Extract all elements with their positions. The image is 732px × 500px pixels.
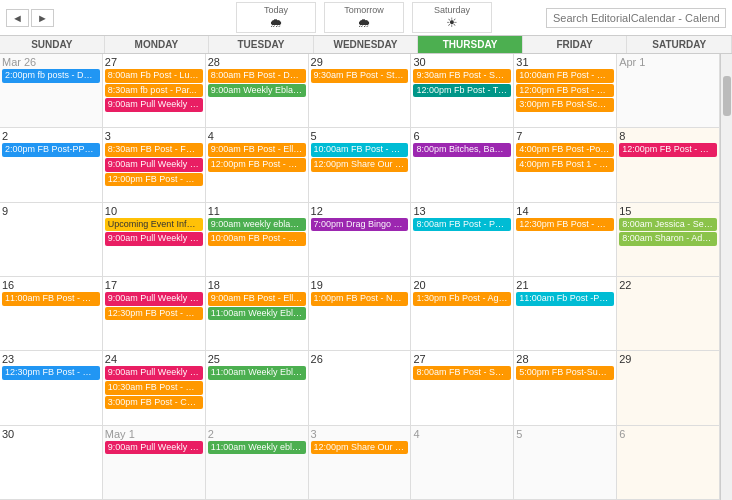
event-w3-d5-e0[interactable]: 11:00am Fb Post -Puppy Social; Editorial… <box>516 292 614 306</box>
event-w1-d1-e1[interactable]: 9:00am Pull Weekly P... <box>105 158 203 172</box>
day-cell-w2-d4[interactable]: 138:00am FB Post - Puppy Social; Editori… <box>411 203 514 276</box>
day-cell-w4-d5[interactable]: 285:00pm FB Post-Summer Camp <box>514 351 617 424</box>
event-w5-d3-e0[interactable]: 12:00pm Share Our Shelter <box>311 441 409 455</box>
event-w1-d5-e0[interactable]: 4:00pm FB Post -Post-Summer Camp <box>516 143 614 157</box>
event-w2-d5-e0[interactable]: 12:30pm FB Post - CGC; EditorialCalendar <box>516 218 614 232</box>
event-w3-d2-e0[interactable]: 9:00am FB Post - Elliott; EditorialCalen… <box>208 292 306 306</box>
day-cell-w4-d6[interactable]: 29 <box>617 351 720 424</box>
event-w4-d5-e0[interactable]: 5:00pm FB Post-Summer Camp <box>516 366 614 380</box>
event-w3-d1-e1[interactable]: 12:30pm FB Post - Nosework Seminar; E... <box>105 307 203 321</box>
day-cell-w4-d3[interactable]: 26 <box>309 351 412 424</box>
event-w1-d3-e1[interactable]: 12:00pm Share Our Shelter <box>311 158 409 172</box>
event-w0-d4-e1[interactable]: 12:00pm Fb Post - Tributes; EditorialCal… <box>413 84 511 98</box>
event-w0-d1-e0[interactable]: 8:00am Fb Post - Lua... <box>105 69 203 83</box>
event-w0-d1-e2[interactable]: 9:00am Pull Weekly P... <box>105 98 203 112</box>
day-cell-w4-d1[interactable]: 249:00am Pull Weekly P...10:30am FB Post… <box>103 351 206 424</box>
event-w2-d2-e0[interactable]: 9:00am weekly eblast - April TrueSense <box>208 218 306 232</box>
event-w3-d0-e0[interactable]: 11:00am FB Post - Agility; EditorialCale… <box>2 292 100 306</box>
event-w2-d2-e1[interactable]: 10:00am FB Post - Nosework Seminar; E... <box>208 232 306 246</box>
day-cell-w5-d3[interactable]: 312:00pm Share Our Shelter <box>309 426 412 499</box>
event-w5-d2-e0[interactable]: 11:00am Weekly eblast- Today is #GiveDay <box>208 441 306 455</box>
event-w1-d3-e0[interactable]: 10:00am FB Post - Puppy Social; Editor..… <box>311 143 409 157</box>
search-input[interactable] <box>546 8 726 28</box>
event-w1-d1-e2[interactable]: 12:00pm FB Post - Bi... <box>105 173 203 187</box>
day-cell-w0-d6[interactable]: Apr 1 <box>617 54 720 127</box>
event-w0-d5-e2[interactable]: 3:00pm FB Post-Scho... <box>516 98 614 112</box>
event-w4-d2-e0[interactable]: 11:00am Weekly Eblast - Upcoming Events <box>208 366 306 380</box>
event-w2-d6-e0[interactable]: 8:00am Jessica - Send Next Month Upcom..… <box>619 218 717 232</box>
next-button[interactable]: ► <box>31 9 54 27</box>
event-w2-d6-e1[interactable]: 8:00am Sharon - Add Upcoming Events to .… <box>619 232 717 246</box>
event-w1-d1-e0[interactable]: 8:30am FB Post - Fun... <box>105 143 203 157</box>
event-w4-d1-e2[interactable]: 3:00pm FB Post - CG... <box>105 396 203 410</box>
event-w3-d2-e1[interactable]: 11:00am Weekly Eblast - Mother's Day Tri… <box>208 307 306 321</box>
day-cell-w2-d2[interactable]: 119:00am weekly eblast - April TrueSense… <box>206 203 309 276</box>
event-w0-d3-e0[interactable]: 9:30am FB Post - Starting From Sit; Edit… <box>311 69 409 83</box>
day-cell-w1-d1[interactable]: 38:30am FB Post - Fun...9:00am Pull Week… <box>103 128 206 201</box>
event-w1-d6-e0[interactable]: 12:00pm FB Post - Drag Queen Bingo; Edit… <box>619 143 717 157</box>
event-w2-d1-e1[interactable]: 9:00am Pull Weekly Phone Call List; Edit… <box>105 232 203 246</box>
saturday-icon: ☀ <box>446 15 458 30</box>
event-w0-d2-e1[interactable]: 9:00am Weekly Eblast - Upcoming Events A… <box>208 84 306 98</box>
event-w4-d1-e0[interactable]: 9:00am Pull Weekly P... <box>105 366 203 380</box>
event-w4-d1-e1[interactable]: 10:30am FB Post - SO... <box>105 381 203 395</box>
event-w4-d0-e0[interactable]: 12:30pm FB Post - Dogs and Storks; Edito… <box>2 366 100 380</box>
event-w3-d4-e0[interactable]: 1:30pm Fb Post - Agility; EditorialCalen… <box>413 292 511 306</box>
day-cell-w0-d0[interactable]: Mar 262:00pm fb posts - Dogs and Storks;… <box>0 54 103 127</box>
day-cell-w1-d5[interactable]: 74:00pm FB Post -Post-Summer Camp4:00pm … <box>514 128 617 201</box>
event-w0-d2-e0[interactable]: 8:00am FB Post - Dogs and Storks; Editor… <box>208 69 306 83</box>
prev-button[interactable]: ◄ <box>6 9 29 27</box>
event-w0-d5-e0[interactable]: 10:00am FB Post - Pu... <box>516 69 614 83</box>
event-w1-d4-e0[interactable]: 8:00pm Bitches, Bags and Bling <box>413 143 511 157</box>
day-cell-w0-d4[interactable]: 309:30am FB Post - SOS; EditorialCalenda… <box>411 54 514 127</box>
event-w2-d3-e0[interactable]: 7:00pm Drag Bingo - 7-10 <box>311 218 409 232</box>
event-w1-d5-e1[interactable]: 4:00pm FB Post 1 - Summer Camp; Edito... <box>516 158 614 172</box>
event-w0-d4-e0[interactable]: 9:30am FB Post - SOS; EditorialCalendar <box>413 69 511 83</box>
day-cell-w2-d6[interactable]: 158:00am Jessica - Send Next Month Upcom… <box>617 203 720 276</box>
day-cell-w1-d6[interactable]: 812:00pm FB Post - Drag Queen Bingo; Edi… <box>617 128 720 201</box>
day-cell-w5-d5[interactable]: 5 <box>514 426 617 499</box>
event-w2-d1-e0[interactable]: Upcoming Event Info Due to Jess; Editori… <box>105 218 203 232</box>
day-cell-w1-d3[interactable]: 510:00am FB Post - Puppy Social; Editor.… <box>309 128 412 201</box>
day-cell-w5-d6[interactable]: 6 <box>617 426 720 499</box>
day-cell-w2-d0[interactable]: 9 <box>0 203 103 276</box>
day-cell-w2-d1[interactable]: 10Upcoming Event Info Due to Jess; Edito… <box>103 203 206 276</box>
event-w2-d4-e0[interactable]: 8:00am FB Post - Puppy Social; Editorial… <box>413 218 511 232</box>
event-w1-d2-e0[interactable]: 9:00am FB Post - Elliott; EditorialCalen… <box>208 143 306 157</box>
event-w1-d0-e0[interactable]: 2:00pm FB Post-PPEA Home School Group; E… <box>2 143 100 157</box>
day-cell-w0-d3[interactable]: 299:30am FB Post - Starting From Sit; Ed… <box>309 54 412 127</box>
event-w3-d1-e0[interactable]: 9:00am Pull Weekly Phone Call List; Edit… <box>105 292 203 306</box>
day-cell-w4-d0[interactable]: 2312:30pm FB Post - Dogs and Storks; Edi… <box>0 351 103 424</box>
day-cell-w2-d5[interactable]: 1412:30pm FB Post - CGC; EditorialCalend… <box>514 203 617 276</box>
day-cell-w3-d2[interactable]: 189:00am FB Post - Elliott; EditorialCal… <box>206 277 309 350</box>
day-cell-w0-d5[interactable]: 3110:00am FB Post - Pu...12:00pm FB Post… <box>514 54 617 127</box>
day-cell-w5-d0[interactable]: 30 <box>0 426 103 499</box>
day-cell-w3-d1[interactable]: 179:00am Pull Weekly Phone Call List; Ed… <box>103 277 206 350</box>
day-cell-w3-d6[interactable]: 22 <box>617 277 720 350</box>
event-w0-d1-e1[interactable]: 8:30am fb post - Par... <box>105 84 203 98</box>
day-cell-w3-d3[interactable]: 191:00pm FB Post - Nosework Seminar; Edi… <box>309 277 412 350</box>
event-w0-d0-e0[interactable]: 2:00pm fb posts - Dogs and Storks; Edito… <box>2 69 100 83</box>
day-cell-w3-d5[interactable]: 2111:00am Fb Post -Puppy Social; Editori… <box>514 277 617 350</box>
day-cell-w3-d4[interactable]: 201:30pm Fb Post - Agility; EditorialCal… <box>411 277 514 350</box>
day-cell-w0-d1[interactable]: 278:00am Fb Post - Lua...8:30am fb post … <box>103 54 206 127</box>
day-cell-w1-d2[interactable]: 49:00am FB Post - Elliott; EditorialCale… <box>206 128 309 201</box>
day-cell-w4-d2[interactable]: 2511:00am Weekly Eblast - Upcoming Event… <box>206 351 309 424</box>
day-number-w1-d5: 7 <box>516 130 614 142</box>
day-cell-w5-d2[interactable]: 211:00am Weekly eblast- Today is #GiveDa… <box>206 426 309 499</box>
event-w4-d4-e0[interactable]: 8:00am FB Post - SOS; EditorialCalendar <box>413 366 511 380</box>
day-cell-w5-d4[interactable]: 4 <box>411 426 514 499</box>
day-cell-w5-d1[interactable]: May 19:00am Pull Weekly Phone Call List;… <box>103 426 206 499</box>
day-cell-w4-d4[interactable]: 278:00am FB Post - SOS; EditorialCalenda… <box>411 351 514 424</box>
event-w5-d1-e0[interactable]: 9:00am Pull Weekly Phone Call List; Edit… <box>105 441 203 455</box>
day-cell-w3-d0[interactable]: 1611:00am FB Post - Agility; EditorialCa… <box>0 277 103 350</box>
day-cell-w1-d4[interactable]: 68:00pm Bitches, Bags and Bling <box>411 128 514 201</box>
day-cell-w0-d2[interactable]: 288:00am FB Post - Dogs and Storks; Edit… <box>206 54 309 127</box>
day-cell-w1-d0[interactable]: 22:00pm FB Post-PPEA Home School Group; … <box>0 128 103 201</box>
event-w0-d5-e1[interactable]: 12:00pm FB Post - M... <box>516 84 614 98</box>
event-w1-d2-e1[interactable]: 12:00pm FB Post - Easter Tributes; Edito… <box>208 158 306 172</box>
day-cell-w2-d3[interactable]: 127:00pm Drag Bingo - 7-10 <box>309 203 412 276</box>
event-w3-d3-e0[interactable]: 1:00pm FB Post - Nosework Seminar; Edito… <box>311 292 409 306</box>
day-number-w0-d3: 29 <box>311 56 409 68</box>
scrollbar[interactable] <box>720 54 732 500</box>
